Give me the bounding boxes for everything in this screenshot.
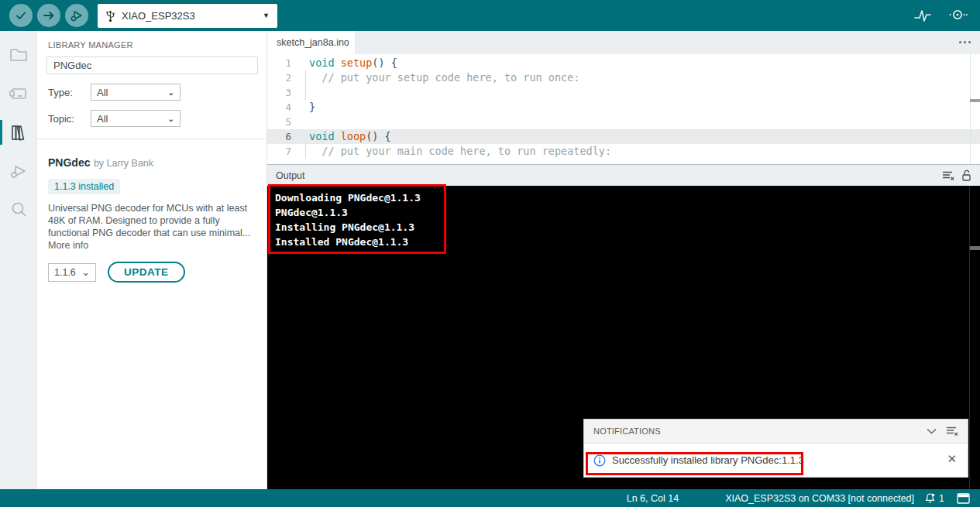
- library-manager-panel: LIBRARY MANAGER Type: All ⌄ Topic: All ⌄…: [37, 31, 267, 489]
- library-search-input[interactable]: [46, 57, 258, 74]
- console-lines: Downloading PNGdec@1.1.3PNGdec@1.1.3Inst…: [275, 190, 980, 249]
- debug-icon: [9, 161, 29, 181]
- toggle-panel-icon[interactable]: [957, 493, 970, 504]
- editor-region: sketch_jan8a.ino 1void setup() {2 // put…: [267, 31, 980, 164]
- info-icon: [593, 454, 606, 467]
- code-line[interactable]: 2 // put your setup code here, to run on…: [267, 70, 980, 85]
- chevron-down-icon: ⌄: [82, 266, 90, 278]
- line-number: 7: [267, 144, 303, 159]
- editor-scrollbar-track: [970, 54, 971, 164]
- notifications-panel: NOTIFICATIONS: [583, 419, 968, 478]
- debug-play-gear-icon: [70, 9, 84, 22]
- line-text: // put your setup code here, to run once…: [309, 70, 580, 85]
- notifications-header: NOTIFICATIONS: [584, 420, 968, 444]
- search-icon: [9, 200, 29, 220]
- line-number: 2: [267, 70, 303, 85]
- usb-icon: [105, 9, 115, 22]
- line-text: void loop() {: [309, 129, 391, 144]
- chevron-down-icon: ⌄: [168, 88, 174, 97]
- code-line[interactable]: 5: [267, 115, 980, 129]
- clear-output-icon[interactable]: [942, 170, 954, 181]
- sidebar-item-search[interactable]: [0, 190, 36, 229]
- output-title: Output: [276, 170, 305, 181]
- line-number: 5: [267, 115, 303, 129]
- sidebar-item-debug[interactable]: [0, 152, 36, 190]
- folder-icon: [9, 45, 29, 65]
- serial-plotter-icon[interactable]: [913, 7, 932, 24]
- lock-scroll-icon[interactable]: [961, 170, 971, 181]
- more-info-link[interactable]: More info: [48, 239, 256, 252]
- code-line[interactable]: 6void loop() {: [267, 129, 980, 144]
- serial-monitor-icon[interactable]: [947, 7, 968, 24]
- console-scrollbar-track: [969, 186, 970, 489]
- board-selector[interactable]: XIAO_ESP32S3 ▼: [98, 4, 277, 28]
- board-icon: [8, 84, 29, 104]
- library-card-pngdec: PNGdec by Larry Bank 1.1.3 installed Uni…: [37, 139, 266, 283]
- verify-button[interactable]: [9, 4, 33, 27]
- sidebar-item-library-manager[interactable]: [0, 113, 36, 152]
- output-line: PNGdec@1.1.3: [275, 205, 980, 220]
- upload-button[interactable]: [37, 4, 60, 27]
- notification-count: 1: [939, 493, 944, 504]
- line-number: 6: [267, 129, 303, 144]
- more-actions-icon[interactable]: [959, 41, 971, 43]
- notification-message: Successfully installed library PNGdec:1.…: [612, 454, 804, 466]
- line-text: // put your main code here, to run repea…: [309, 144, 611, 159]
- output-line: Installing PNGdec@1.1.3: [275, 220, 980, 235]
- update-button[interactable]: UPDATE: [108, 262, 185, 283]
- line-number: 1: [267, 56, 303, 70]
- notifications-bell[interactable]: 1: [924, 492, 944, 504]
- output-header: Output: [267, 164, 980, 186]
- sidebar-item-boards-manager[interactable]: [0, 74, 36, 113]
- library-author: by Larry Bank: [94, 158, 153, 169]
- panel-title: LIBRARY MANAGER: [48, 40, 266, 50]
- output-line: Downloading PNGdec@1.1.3: [275, 190, 980, 205]
- books-icon: [9, 122, 29, 142]
- notification-item: Successfully installed library PNGdec:1.…: [584, 444, 968, 477]
- tab-sketch[interactable]: sketch_jan8a.ino: [267, 31, 355, 54]
- line-number: 3: [267, 85, 303, 100]
- code-line[interactable]: 4}: [267, 100, 980, 115]
- chevron-down-icon[interactable]: [927, 428, 937, 434]
- clear-notifications-icon[interactable]: [946, 426, 958, 437]
- editor-tabbar: sketch_jan8a.ino: [267, 31, 980, 54]
- activity-sidebar: [0, 31, 37, 489]
- notifications-title: NOTIFICATIONS: [593, 426, 661, 436]
- status-bar: Ln 6, Col 14 XIAO_ESP32S3 on COM33 [not …: [0, 489, 980, 507]
- console-scrollbar-thumb[interactable]: [970, 246, 980, 250]
- output-line: Installed PNGdec@1.1.3: [275, 235, 980, 249]
- topic-filter-label: Topic:: [48, 113, 91, 125]
- installed-badge: 1.1.3 installed: [48, 179, 120, 194]
- code-line[interactable]: 1void setup() {: [267, 56, 980, 70]
- debug-button[interactable]: [65, 4, 88, 27]
- close-icon[interactable]: ✕: [947, 452, 957, 466]
- code-line[interactable]: 7 // put your main code here, to run rep…: [267, 144, 980, 159]
- toolbar: XIAO_ESP32S3 ▼: [0, 0, 980, 31]
- board-connection-status[interactable]: XIAO_ESP32S3 on COM33 [not connected]: [725, 493, 914, 504]
- library-name: PNGdec: [48, 156, 90, 169]
- cursor-position[interactable]: Ln 6, Col 14: [627, 493, 679, 504]
- type-filter-label: Type:: [48, 87, 91, 98]
- line-text: }: [309, 100, 315, 115]
- chevron-down-icon: ▼: [263, 12, 270, 19]
- arrow-right-icon: [43, 9, 55, 22]
- check-icon: [15, 9, 27, 22]
- board-selector-label: XIAO_ESP32S3: [122, 10, 195, 22]
- line-number: 4: [267, 100, 303, 115]
- code-line[interactable]: 3: [267, 85, 980, 100]
- code-editor[interactable]: 1void setup() {2 // put your setup code …: [267, 54, 980, 159]
- line-text: void setup() {: [309, 56, 397, 70]
- topic-filter-select[interactable]: All ⌄: [91, 110, 181, 127]
- type-filter-select[interactable]: All ⌄: [91, 84, 181, 101]
- code-lines: 1void setup() {2 // put your setup code …: [267, 56, 980, 159]
- bell-icon: [924, 492, 936, 504]
- version-select[interactable]: 1.1.6 ⌄: [48, 263, 96, 282]
- chevron-down-icon: ⌄: [168, 115, 174, 123]
- arduino-ide-window: XIAO_ESP32S3 ▼: [0, 0, 980, 507]
- editor-scrollbar-thumb[interactable]: [970, 99, 980, 102]
- library-description: Universal PNG decoder for MCUs with at l…: [48, 202, 260, 239]
- sidebar-item-sketchbook[interactable]: [0, 36, 36, 74]
